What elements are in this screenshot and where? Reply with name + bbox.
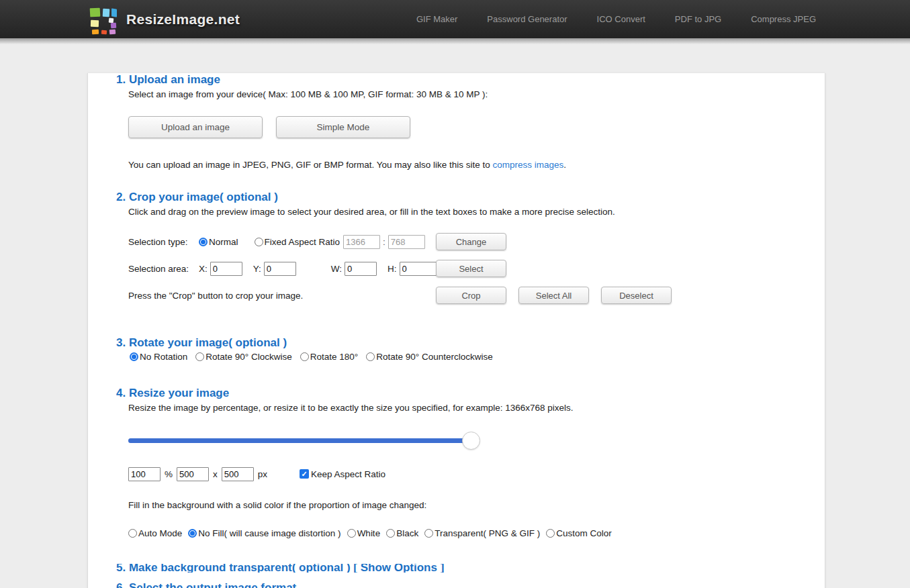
rotate-90cw-radio[interactable]: Rotate 90° Clockwise	[195, 352, 291, 362]
keep-aspect-checkbox[interactable]: ✓ Keep Aspect Ratio	[300, 469, 385, 479]
deselect-button[interactable]: Deselect	[601, 287, 672, 304]
section-upload-title: 1. Upload an image	[116, 73, 825, 86]
change-button[interactable]: Change	[436, 233, 506, 250]
resize-height-input[interactable]	[222, 467, 254, 481]
slider-handle[interactable]	[462, 432, 480, 450]
fill-auto-radio[interactable]: Auto Mode	[128, 528, 182, 538]
aspect-width-input[interactable]	[343, 235, 380, 249]
keep-aspect-label: Keep Aspect Ratio	[311, 469, 385, 479]
slider-fill	[128, 438, 471, 443]
section-transparent-title[interactable]: 5. Make background transparent( optional…	[116, 564, 825, 573]
checkbox-checked-icon: ✓	[300, 469, 309, 479]
compress-images-link[interactable]: compress images	[493, 160, 564, 170]
simple-mode-button[interactable]: Simple Mode	[276, 116, 410, 138]
fill-options: Auto Mode No Fill( will cause image dist…	[128, 528, 825, 539]
resize-slider[interactable]	[128, 432, 471, 450]
selection-type-label: Selection type:	[128, 237, 199, 247]
rotate-180-label: Rotate 180°	[310, 352, 358, 362]
section-resize-title: 4. Resize your image	[116, 387, 825, 399]
section-format-title: 6. Select the output image format	[116, 581, 825, 588]
fill-white-label: White	[357, 528, 381, 538]
fill-custom-label: Custom Color	[556, 528, 612, 538]
resize-subtitle: Resize the image by percentage, or resiz…	[128, 402, 825, 413]
top-nav-bar: ResizeImage.net GIF Maker Password Gener…	[0, 0, 910, 38]
selection-type-fixed-radio[interactable]: Fixed Aspect Ratio	[255, 237, 340, 247]
rotate-90ccw-radio[interactable]: Rotate 90° Counterclockwise	[366, 352, 492, 362]
section-crop-title: 2. Crop your image( optional )	[116, 191, 825, 203]
section-transparent-clipped: 5. Make background transparent( optional…	[88, 564, 825, 573]
upload-note: You can upload an image in JPEG, PNG, GI…	[128, 159, 825, 170]
radio-icon	[386, 529, 395, 538]
fill-nofill-label: No Fill( will cause image distortion )	[198, 528, 340, 538]
radio-icon	[300, 352, 309, 361]
upload-note-suffix: .	[563, 160, 566, 170]
fill-background-text: Fill in the background with a solid colo…	[128, 499, 825, 511]
radio-icon	[188, 529, 197, 538]
upload-note-prefix: You can upload an image in JPEG, PNG, GI…	[128, 160, 493, 170]
header-shadow	[0, 38, 910, 44]
crop-button[interactable]: Crop	[436, 287, 506, 304]
fill-white-radio[interactable]: White	[347, 528, 381, 538]
times-label: x	[213, 469, 218, 479]
crop-subtitle: Click and drag on the preview image to s…	[128, 206, 825, 217]
radio-icon	[255, 238, 263, 246]
upload-subtitle: Select an image from your device( Max: 1…	[128, 89, 825, 100]
rotate-none-label: No Rotation	[140, 352, 187, 362]
h-label: H:	[388, 264, 397, 274]
radio-icon	[199, 238, 208, 246]
selection-h-input[interactable]	[400, 262, 437, 276]
fill-black-label: Black	[396, 528, 418, 538]
section-rotate-title: 3. Rotate your image( optional )	[116, 336, 825, 349]
resize-percent-input[interactable]	[128, 467, 161, 481]
aspect-separator: :	[383, 237, 385, 247]
nav-password-generator[interactable]: Password Generator	[487, 14, 567, 24]
nav-pdf-to-jpg[interactable]: PDF to JPG	[675, 14, 721, 24]
selection-y-input[interactable]	[264, 262, 296, 276]
fill-auto-label: Auto Mode	[138, 528, 182, 538]
upload-image-button[interactable]: Upload an image	[128, 116, 263, 138]
brand-title: ResizeImage.net	[126, 11, 240, 28]
select-all-button[interactable]: Select All	[518, 287, 589, 304]
radio-icon	[128, 529, 137, 538]
radio-icon	[546, 529, 555, 538]
nav-compress-jpeg[interactable]: Compress JPEG	[751, 14, 816, 24]
radio-icon	[424, 529, 433, 538]
radio-icon	[347, 529, 356, 538]
radio-icon	[130, 352, 138, 361]
rotate-90ccw-label: Rotate 90° Counterclockwise	[376, 352, 492, 362]
brand-logo[interactable]: ResizeImage.net	[89, 5, 240, 34]
fill-nofill-radio[interactable]: No Fill( will cause image distortion )	[188, 528, 340, 538]
y-label: Y:	[253, 264, 261, 274]
percent-label: %	[165, 469, 173, 479]
radio-icon	[366, 352, 375, 361]
x-label: X:	[199, 264, 208, 274]
fill-transparent-label: Transparent( PNG & GIF )	[435, 528, 540, 538]
rotate-options: No Rotation Rotate 90° Clockwise Rotate …	[130, 351, 825, 362]
fill-custom-radio[interactable]: Custom Color	[546, 528, 612, 538]
selection-w-input[interactable]	[345, 262, 377, 276]
brand-logo-icon	[89, 5, 118, 34]
selection-type-normal-radio[interactable]: Normal	[199, 237, 238, 247]
selection-area-label: Selection area:	[128, 264, 199, 274]
fill-black-radio[interactable]: Black	[386, 528, 418, 538]
crop-hint-text: Press the "Crop" button to crop your ima…	[128, 291, 303, 301]
rotate-90cw-label: Rotate 90° Clockwise	[206, 352, 291, 362]
selection-x-input[interactable]	[210, 262, 242, 276]
select-button[interactable]: Select	[436, 260, 506, 277]
nav-gif-maker[interactable]: GIF Maker	[416, 14, 457, 24]
rotate-none-radio[interactable]: No Rotation	[130, 352, 187, 362]
top-nav-links: GIF Maker Password Generator ICO Convert…	[416, 14, 816, 24]
nav-ico-convert[interactable]: ICO Convert	[597, 14, 645, 24]
resize-width-input[interactable]	[177, 467, 209, 481]
radio-icon	[195, 352, 204, 361]
main-content-card: 1. Upload an image Select an image from …	[87, 73, 825, 588]
fill-transparent-radio[interactable]: Transparent( PNG & GIF )	[424, 528, 540, 538]
rotate-180-radio[interactable]: Rotate 180°	[300, 352, 358, 362]
selection-type-normal-label: Normal	[209, 237, 238, 247]
selection-type-fixed-label: Fixed Aspect Ratio	[265, 237, 340, 247]
aspect-height-input[interactable]	[388, 235, 425, 249]
px-label: px	[258, 469, 267, 479]
w-label: W:	[331, 264, 342, 274]
